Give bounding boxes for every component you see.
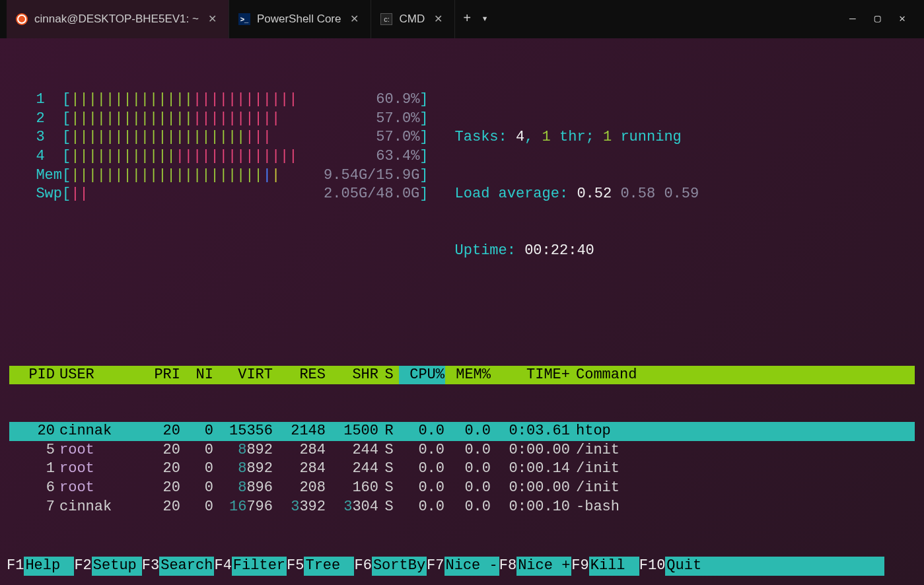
cpu-meter-3: 3 [||||||||||||||||||||||| 57.0%] [18,128,429,147]
tab-label: CMD [399,12,425,26]
cpu-meter-2: 2 [|||||||||||||||||||||||| 57.0%] [18,110,429,129]
fkey-f9[interactable]: F9Kill [571,557,639,576]
col-shr[interactable]: SHR [326,366,379,385]
tasks-thr: 1 [542,128,551,147]
fkey-f3[interactable]: F3Search [142,557,215,576]
process-header[interactable]: PID USER PRI NI VIRT RES SHR S CPU% MEM%… [9,366,915,385]
col-user[interactable]: USER [55,366,141,385]
fkey-f6[interactable]: F6SortBy [354,557,427,576]
close-tab-icon[interactable]: ✕ [431,13,445,26]
col-s[interactable]: S [379,366,399,385]
col-res[interactable]: RES [273,366,326,385]
fkey-f4[interactable]: F4Filter [214,557,287,576]
mem-meter: Mem[|||||||||||||||||||||||| 9.54G/15.9G… [18,166,429,186]
fkey-f5[interactable]: F5Tree [287,557,354,576]
fkey-f7[interactable]: F7Nice - [427,557,499,576]
terminal[interactable]: 1 [|||||||||||||||||||||||||| 60.9%] 2 [… [0,38,924,585]
tasks-label: Tasks: [455,128,507,147]
fkey-f2[interactable]: F2Setup [74,557,141,576]
col-pid[interactable]: PID [9,366,55,385]
close-button[interactable]: ✕ [899,13,906,26]
col-ni[interactable]: NI [181,366,214,385]
cmd-icon: c: [380,13,392,25]
new-tab-button[interactable]: + [463,11,471,28]
uptime-value: 00:22:40 [524,242,594,261]
maximize-button[interactable]: ▢ [874,13,881,26]
swp-meter: Swp[|| 2.05G/48.0G] [18,185,429,204]
process-row[interactable]: 5root2008892284244S0.00.00:00.00/init [9,441,915,460]
minimize-button[interactable]: — [849,13,856,26]
close-tab-icon[interactable]: ✕ [205,13,219,26]
process-list[interactable]: 20cinnak2001535621481500R0.00.00:03.61ht… [9,422,915,516]
process-row[interactable]: 1root2008892284244S0.00.00:00.14/init [9,460,915,479]
tabs: cinnak@DESKTOP-BHE5EV1: ~✕>_PowerShell C… [7,0,455,38]
tab-label: cinnak@DESKTOP-BHE5EV1: ~ [34,12,199,26]
fkey-f10[interactable]: F10Quit [639,557,884,576]
tasks-running: 1 [603,128,612,147]
col-cpu[interactable]: CPU% [399,366,445,385]
close-tab-icon[interactable]: ✕ [347,13,361,26]
col-mem[interactable]: MEM% [445,366,491,385]
tasks-count: 4 [516,128,524,147]
process-row[interactable]: 7cinnak2001679633923304S0.00.00:00.10-ba… [9,498,915,517]
process-row[interactable]: 20cinnak2001535621481500R0.00.00:03.61ht… [9,422,915,441]
cpu-meter-4: 4 [|||||||||||||||||||||||||| 63.4%] [18,147,429,166]
powershell-icon: >_ [238,13,250,25]
function-bar: F1HelpF2SetupF3SearchF4FilterF5TreeF6Sor… [7,557,884,576]
cpu-meter-1: 1 [|||||||||||||||||||||||||| 60.9%] [18,90,429,110]
fkey-f1[interactable]: F1Help [7,557,74,576]
col-command[interactable]: Command [571,366,915,385]
process-row[interactable]: 6root2008896208160S0.00.00:00.00/init [9,479,915,498]
tab[interactable]: c:CMD✕ [371,0,455,38]
tab-dropdown-button[interactable]: ▾ [481,13,488,26]
tab-label: PowerShell Core [257,12,341,26]
load-label: Load average: [455,185,569,204]
ubuntu-icon [16,13,28,25]
uptime-label: Uptime: [455,242,516,261]
col-time[interactable]: TIME+ [491,366,571,385]
col-pri[interactable]: PRI [141,366,181,385]
tab[interactable]: >_PowerShell Core✕ [229,0,372,38]
fkey-f8[interactable]: F8Nice + [499,557,572,576]
col-virt[interactable]: VIRT [214,366,273,385]
tab[interactable]: cinnak@DESKTOP-BHE5EV1: ~✕ [7,0,229,38]
meters-right: Tasks: 4 , 1 thr; 1 running Load average… [455,90,699,298]
meters-left: 1 [|||||||||||||||||||||||||| 60.9%] 2 [… [18,90,429,298]
titlebar: cinnak@DESKTOP-BHE5EV1: ~✕>_PowerShell C… [0,0,924,38]
